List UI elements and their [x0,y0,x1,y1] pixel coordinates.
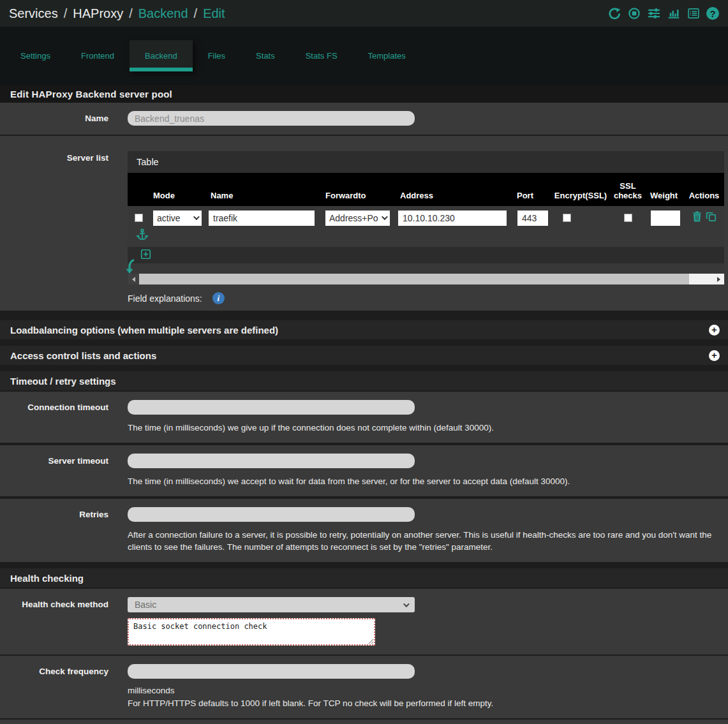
refresh-icon[interactable] [607,6,621,20]
log-checks-row: Log checks When this option is enabled, … [0,720,728,724]
column-header-name: Name [207,191,322,200]
server-table: Table Mode Name Forwardto Address Port E… [128,151,724,284]
encrypt-ssl-checkbox[interactable] [563,214,571,222]
mode-select[interactable]: active [153,211,202,226]
health-check-description[interactable]: Basic socket connection check [128,618,375,646]
forwardto-select-value: Address+Po [329,213,378,223]
help-icon[interactable]: ? [706,7,719,20]
health-check-method-row: Health check method Basic Basic socket c… [0,589,728,654]
list-icon[interactable] [687,6,701,20]
column-header-actions: Actions [684,191,724,200]
connection-timeout-label: Connection timeout [0,400,108,434]
retries-input[interactable] [128,507,415,522]
server-timeout-row: Server timeout The time (in milliseconds… [0,445,728,496]
tab-frontend[interactable]: Frontend [66,40,130,71]
chevron-down-icon [403,601,410,607]
bar-chart-icon[interactable] [667,6,681,20]
column-header-weight: Weight [644,191,684,200]
column-header-port: Port [510,191,550,200]
retries-help: After a connection failure to a server, … [128,529,718,553]
server-timeout-label: Server timeout [0,454,108,487]
tab-backend[interactable]: Backend [130,40,193,71]
column-header-encrypt-ssl: Encrypt(SSL) [550,191,611,200]
move-down-icon[interactable] [125,258,138,277]
connection-timeout-input[interactable] [128,400,415,415]
column-header-ssl-checks: SSL checks [611,181,644,200]
server-list-label: Server list [0,144,108,304]
retries-row: Retries After a connection failure to a … [0,499,728,562]
check-frequency-help: For HTTP/HTTPS defaults to 1000 if left … [128,697,702,709]
breadcrumb-separator: / [64,6,68,21]
retries-label: Retries [0,507,108,553]
stop-icon[interactable] [627,6,641,20]
section-title: Edit HAProxy Backend server pool [10,89,172,100]
tab-settings[interactable]: Settings [5,40,66,71]
scrollbar-thumb[interactable] [139,274,689,284]
expand-plus-icon[interactable]: + [709,325,720,336]
column-header-address: Address [397,191,510,200]
check-frequency-label: Check frequency [0,664,108,709]
breadcrumb-backend-link[interactable]: Backend [138,6,188,21]
scrollbar-right-arrow[interactable] [713,274,724,284]
tab-templates[interactable]: Templates [353,40,421,71]
column-header-forwardto: Forwardto [322,191,397,200]
field-explanations: Field explanations: i [128,292,728,304]
connection-timeout-help: The time (in milliseconds) we give up if… [128,422,702,434]
section-header-edit-pool: Edit HAProxy Backend server pool [0,85,728,103]
column-header-mode: Mode [150,191,207,200]
duplicate-row-icon[interactable] [705,211,717,225]
server-name-input[interactable] [209,211,315,226]
table-footer-strip [128,263,724,274]
horizontal-scrollbar [128,274,724,284]
add-row-icon[interactable] [140,249,151,262]
sliders-icon[interactable] [647,6,661,20]
anchor-icon[interactable] [135,230,149,244]
address-input[interactable] [398,211,507,226]
check-frequency-row: Check frequency milliseconds For HTTP/HT… [0,656,728,718]
row-select-checkbox[interactable] [135,214,143,222]
chevron-down-icon [193,214,200,220]
add-row-strip [128,247,724,263]
name-row: Name [0,103,728,135]
section-header-acl[interactable]: Access control lists and actions + [0,346,728,365]
section-header-timeout: Timeout / retry settings [0,371,728,390]
section-header-health: Health checking [0,568,728,587]
mode-select-value: active [157,213,181,223]
server-timeout-input[interactable] [128,454,415,468]
server-timeout-help: The time (in milliseconds) we accept to … [128,475,702,487]
main-content: Edit HAProxy Backend server pool Name Se… [0,85,728,724]
delete-row-icon[interactable] [691,211,703,225]
breadcrumb-bar: Services / HAProxy / Backend / Edit [0,0,728,27]
weight-input[interactable] [651,211,680,226]
server-table-header: Mode Name Forwardto Address Port Encrypt… [128,173,724,206]
health-check-method-label: Health check method [0,597,108,646]
health-check-method-value: Basic [135,600,156,610]
tab-bar: Settings Frontend Backend Files Stats St… [0,27,728,85]
tab-stats-fs[interactable]: Stats FS [290,40,353,71]
forwardto-select[interactable]: Address+Po [325,211,390,226]
check-frequency-unit: milliseconds [128,686,728,695]
name-label: Name [0,111,108,126]
topbar-icons: ? [607,6,719,20]
expand-plus-icon[interactable]: + [709,350,720,361]
breadcrumb-separator: / [194,6,198,21]
breadcrumb-separator: / [129,6,133,21]
table-row: active Address+Po [128,206,724,230]
breadcrumb-edit-link[interactable]: Edit [203,6,225,21]
info-icon[interactable]: i [212,292,225,304]
field-explanations-label: Field explanations: [128,293,202,304]
breadcrumb-haproxy: HAProxy [73,6,123,21]
health-check-method-select[interactable]: Basic [128,597,415,612]
section-header-loadbalancing[interactable]: Loadbalancing options (when multiple ser… [0,320,728,339]
name-input[interactable] [128,111,415,126]
breadcrumb-services: Services [9,6,58,21]
connection-timeout-row: Connection timeout The time (in millisec… [0,392,728,443]
tab-files[interactable]: Files [193,40,241,71]
port-input[interactable] [517,211,548,226]
row-drag-strip [128,230,724,247]
check-frequency-input[interactable] [128,664,415,679]
section-title: Loadbalancing options (when multiple ser… [10,325,278,336]
tab-stats[interactable]: Stats [241,40,290,71]
section-title: Timeout / retry settings [10,376,116,387]
ssl-checks-checkbox[interactable] [624,214,632,222]
